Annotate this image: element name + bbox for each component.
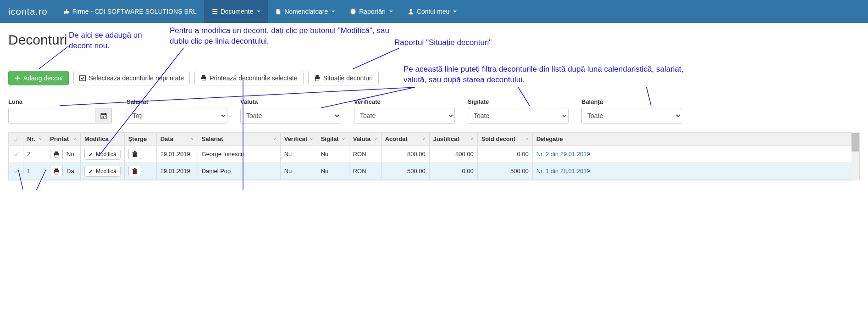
col-salariat[interactable]: Salariat⌄ — [198, 133, 280, 146]
list-icon — [211, 8, 218, 15]
sigilate-select[interactable]: Toate — [468, 108, 569, 124]
select-unprinted-label: Selecteaza deconturile neprintate — [88, 74, 184, 82]
luna-input[interactable] — [8, 108, 95, 124]
svg-rect-15 — [202, 79, 205, 81]
chevron-down-icon: ⌄ — [525, 135, 529, 141]
svg-rect-37 — [133, 170, 137, 174]
nav-raportari-label: Raportări — [359, 8, 386, 15]
modifica-button[interactable]: Modifică — [84, 166, 121, 177]
modifica-button[interactable]: Modifică — [84, 149, 121, 160]
situatie-button[interactable]: Situație deconturi — [308, 71, 379, 85]
chevron-down-icon: ⌄ — [470, 135, 474, 141]
cell-acordat: 500.00 — [381, 163, 429, 180]
file-icon — [275, 8, 282, 15]
scrollbar-thumb[interactable] — [851, 133, 859, 152]
col-acordat[interactable]: Acordat⌄ — [381, 133, 429, 146]
cell-valuta: RON — [349, 146, 381, 163]
delegatie-link[interactable]: Nr. 1 din 28.01.2019 — [536, 168, 590, 174]
delete-button[interactable] — [128, 149, 141, 160]
filter-salariat-label: Salariat — [127, 98, 227, 105]
delegatie-link[interactable]: Nr. 2 din 29.01.2019 — [536, 151, 590, 157]
col-sold[interactable]: Sold decont⌄ — [477, 133, 532, 146]
chevron-down-icon: ⌄ — [190, 135, 194, 141]
cell-salariat: Daniel Pop — [198, 163, 280, 180]
svg-rect-6 — [352, 9, 355, 11]
svg-rect-3 — [213, 11, 217, 12]
svg-rect-12 — [80, 75, 85, 81]
print-row-button[interactable] — [50, 149, 63, 160]
verificate-select[interactable]: Toate — [354, 108, 455, 124]
cell-nr: 2 — [23, 146, 46, 163]
nr-link[interactable]: 1 — [27, 168, 30, 174]
nav-firme[interactable]: Firme - CDI SOFTWARE SOLUTIONS SRL — [56, 0, 204, 23]
print-icon — [350, 8, 356, 15]
cell-modifica: Modifică — [81, 163, 125, 180]
cell-data: 29.01.2019 — [156, 146, 198, 163]
nav-contul[interactable]: Contul meu — [400, 0, 464, 23]
chevron-down-icon: ⌄ — [310, 135, 313, 141]
print-selected-button[interactable]: Printează deconturile selectate — [194, 71, 303, 85]
filters-row: Luna Salariat Toți Valuta Toate Verifica… — [8, 98, 860, 124]
caret-down-icon — [389, 11, 393, 12]
col-printat[interactable]: Printat⌄ — [46, 133, 81, 146]
luna-input-group — [8, 108, 114, 124]
svg-rect-22 — [105, 113, 105, 114]
select-unprinted-button[interactable]: Selecteaza deconturile neprintate — [73, 71, 190, 85]
svg-rect-13 — [202, 75, 205, 77]
col-nr[interactable]: Nr.⌄ — [23, 133, 46, 146]
svg-line-42 — [353, 48, 399, 69]
svg-rect-28 — [55, 152, 58, 153]
svg-rect-16 — [315, 75, 319, 77]
table-row[interactable]: 1 Da Modifică 29.01.2019 Daniel Pop Nu N… — [9, 163, 859, 180]
caret-down-icon — [453, 11, 457, 12]
balanta-select[interactable]: Toate — [581, 108, 682, 124]
nav-nomenclatoare[interactable]: Nomenclatoare — [268, 0, 343, 23]
col-check[interactable] — [9, 133, 23, 146]
print-selected-label: Printează deconturile selectate — [210, 74, 297, 82]
svg-rect-21 — [101, 113, 102, 114]
table-row[interactable]: 2 Nu Modifică 29.01.2019 George Ionescu … — [9, 146, 859, 163]
col-data[interactable]: Data⌄ — [156, 133, 198, 146]
printat-value: Nu — [66, 151, 74, 157]
pencil-icon — [88, 169, 93, 174]
print-row-button[interactable] — [50, 166, 63, 177]
col-verificat[interactable]: Verificat⌄ — [280, 133, 317, 146]
svg-rect-25 — [105, 116, 105, 117]
col-delegatie[interactable]: Delegație⌄ — [532, 133, 859, 146]
calendar-button[interactable] — [95, 108, 112, 124]
salariat-select[interactable]: Toți — [127, 108, 227, 124]
svg-rect-18 — [315, 79, 319, 81]
nav-contul-label: Contul meu — [417, 8, 450, 15]
trash-icon — [132, 151, 138, 157]
delete-button[interactable] — [128, 166, 141, 177]
nav-documente[interactable]: Documente — [204, 0, 268, 23]
col-justificat[interactable]: Justificat⌄ — [429, 133, 477, 146]
valuta-select[interactable]: Toate — [240, 108, 341, 124]
print-icon — [314, 75, 321, 81]
svg-rect-32 — [132, 152, 137, 153]
check-icon — [13, 168, 19, 174]
print-icon — [53, 168, 60, 174]
vertical-scrollbar[interactable] — [851, 132, 859, 180]
filter-salariat: Salariat Toți — [127, 98, 227, 124]
row-check[interactable] — [9, 146, 23, 163]
col-modifica: Modifică — [81, 133, 125, 146]
print-icon — [53, 151, 60, 157]
add-decont-button[interactable]: Adaug decont — [8, 71, 69, 85]
row-check[interactable] — [9, 163, 23, 180]
cell-data: 29.01.2019 — [156, 163, 198, 180]
svg-rect-33 — [134, 151, 136, 152]
nav-firme-label: Firme - CDI SOFTWARE SOLUTIONS SRL — [72, 8, 197, 15]
check-icon — [13, 151, 19, 157]
svg-point-9 — [409, 9, 412, 11]
cell-salariat: George Ionescu — [198, 146, 280, 163]
col-sigilat[interactable]: Sigilat⌄ — [317, 133, 349, 146]
cell-justificat: 800.00 — [429, 146, 477, 163]
filter-valuta-label: Valuta — [240, 98, 341, 105]
printat-value: Da — [66, 168, 74, 174]
svg-rect-1 — [213, 9, 217, 10]
nav-raportari[interactable]: Raportări — [343, 0, 400, 23]
brand-logo[interactable]: iconta.ro — [0, 0, 56, 23]
col-valuta[interactable]: Valuta⌄ — [349, 133, 381, 146]
nr-link[interactable]: 2 — [27, 151, 30, 157]
